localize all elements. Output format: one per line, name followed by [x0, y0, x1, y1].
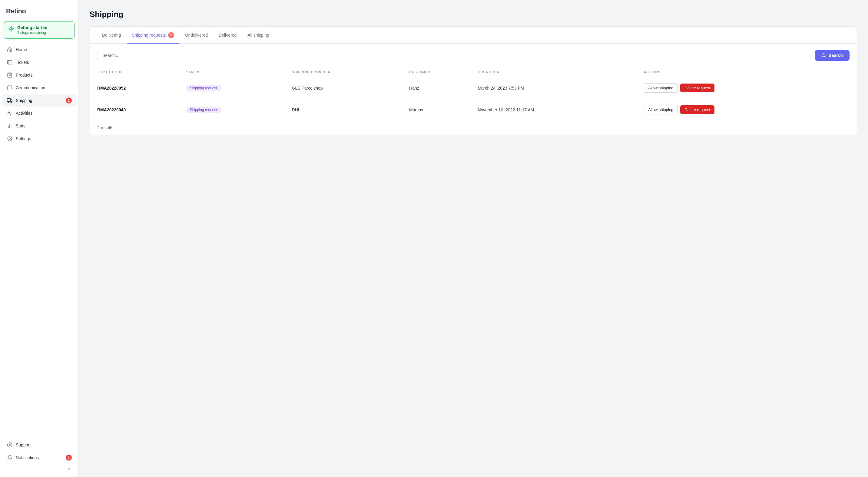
sidebar-item-label: Settings: [16, 136, 31, 141]
sidebar-item-communication[interactable]: Communication: [2, 82, 76, 94]
sidebar-item-support[interactable]: Support: [2, 439, 76, 451]
app-logo: Retino: [0, 0, 79, 21]
delete-request-button-0[interactable]: Delete request: [680, 83, 714, 92]
sidebar-item-label: Notifications: [16, 455, 39, 460]
shipping-requests-count: 2: [168, 32, 174, 38]
sidebar-item-activities[interactable]: Activities: [2, 107, 76, 119]
sidebar-item-label: Home: [16, 47, 27, 52]
search-bar: Search: [90, 43, 857, 67]
sidebar: Retino Getting started 2 steps remaining…: [0, 0, 79, 477]
page-title: Shipping: [90, 10, 857, 19]
main-nav: Home Tickets Products: [0, 43, 79, 435]
sidebar-item-label: Support: [16, 443, 31, 447]
sidebar-item-products[interactable]: Products: [2, 69, 76, 81]
home-icon: [7, 46, 13, 53]
sidebar-item-tickets[interactable]: Tickets: [2, 56, 76, 68]
support-icon: [7, 442, 13, 448]
search-input[interactable]: [97, 49, 811, 61]
status-badge-0: Shipping request: [186, 85, 221, 92]
tab-undelivered[interactable]: Undelivered: [180, 27, 213, 43]
col-actions: ACTIONS: [644, 67, 849, 77]
svg-point-9: [9, 138, 10, 139]
col-status: STATUS: [186, 67, 292, 77]
ticket-code-0: RMA20220052: [97, 86, 126, 91]
notifications-icon: [7, 454, 13, 461]
tab-all-shipping[interactable]: All shipping: [243, 27, 274, 43]
sidebar-item-notifications[interactable]: Notifications 1: [2, 451, 76, 464]
stats-icon: [7, 123, 13, 129]
sidebar-item-label: Communication: [16, 86, 45, 90]
products-icon: [7, 72, 13, 78]
main-content: Shipping Delivering Shipping requests 2 …: [79, 0, 868, 477]
tab-delivered[interactable]: Delivered: [214, 27, 241, 43]
customer-0: Hanz: [409, 77, 477, 99]
actions-cell-1: Allow shipping Delete request: [644, 105, 846, 114]
tab-delivering[interactable]: Delivering: [97, 27, 126, 43]
svg-point-4: [7, 101, 9, 103]
sidebar-item-settings[interactable]: Settings: [2, 133, 76, 145]
tickets-icon: [7, 59, 13, 65]
shipping-card: Delivering Shipping requests 2 Undeliver…: [90, 26, 857, 135]
status-badge-1: Shipping request: [186, 106, 221, 113]
svg-point-5: [10, 101, 12, 103]
sidebar-item-label: Stats: [16, 124, 26, 128]
getting-started-icon: [8, 26, 14, 32]
table-row: RMA20220040 Shipping request DHL Marcus …: [97, 99, 849, 121]
sidebar-item-label: Products: [16, 73, 32, 77]
ticket-code-1: RMA20220040: [97, 107, 126, 112]
search-icon: [822, 53, 826, 58]
search-input-wrap: [97, 49, 811, 61]
results-count: 2 results: [97, 121, 849, 135]
notifications-badge: 1: [66, 454, 72, 461]
sidebar-bottom: Support Notifications 1: [0, 435, 79, 477]
svg-rect-1: [7, 61, 12, 64]
getting-started-subtitle: 2 steps remaining: [17, 31, 48, 35]
sidebar-item-label: Tickets: [16, 60, 29, 65]
getting-started-card[interactable]: Getting started 2 steps remaining: [4, 21, 75, 39]
search-button[interactable]: Search: [815, 50, 849, 61]
shipping-table-wrap: TICKET CODE STATUS SHIPPING PROVIDER CUS…: [90, 67, 857, 135]
sidebar-collapse-button[interactable]: [2, 464, 76, 473]
shipping-table: TICKET CODE STATUS SHIPPING PROVIDER CUS…: [97, 67, 849, 121]
sidebar-item-shipping[interactable]: Shipping 2: [2, 95, 76, 106]
customer-1: Marcus: [409, 99, 477, 121]
svg-rect-3: [7, 98, 10, 101]
tabs-bar: Delivering Shipping requests 2 Undeliver…: [90, 27, 857, 43]
svg-point-11: [9, 444, 10, 446]
svg-marker-0: [9, 27, 13, 32]
created-at-1: November 10, 2022 11:17 AM: [477, 99, 644, 121]
sidebar-item-home[interactable]: Home: [2, 43, 76, 56]
shipping-badge: 2: [66, 98, 72, 103]
actions-cell-0: Allow shipping Delete request: [644, 83, 846, 93]
allow-shipping-button-1[interactable]: Allow shipping: [644, 105, 678, 114]
col-shipping-provider: SHIPPING PROVIDER: [292, 67, 409, 77]
col-created-at: CREATED AT: [477, 67, 644, 77]
tab-shipping-requests[interactable]: Shipping requests 2: [127, 27, 179, 43]
sidebar-item-stats[interactable]: Stats: [2, 120, 76, 132]
shipping-provider-1: DHL: [292, 99, 409, 121]
delete-request-button-1[interactable]: Delete request: [680, 105, 714, 114]
col-customer: CUSTOMER: [409, 67, 477, 77]
activities-icon: [7, 110, 13, 116]
settings-icon: [7, 136, 13, 142]
shipping-icon: [7, 98, 13, 103]
getting-started-title: Getting started: [17, 25, 48, 30]
communication-icon: [7, 85, 13, 91]
svg-point-10: [7, 443, 12, 447]
allow-shipping-button-0[interactable]: Allow shipping: [644, 83, 678, 93]
col-ticket-code: TICKET CODE: [97, 67, 186, 77]
shipping-provider-0: GLS Parcelshop: [292, 77, 409, 99]
sidebar-item-label: Activities: [16, 111, 32, 115]
svg-line-13: [825, 56, 826, 57]
sidebar-item-label: Shipping: [16, 98, 32, 103]
table-row: RMA20220052 Shipping request GLS Parcels…: [97, 77, 849, 99]
created-at-0: March 24, 2023 7:53 PM: [477, 77, 644, 99]
